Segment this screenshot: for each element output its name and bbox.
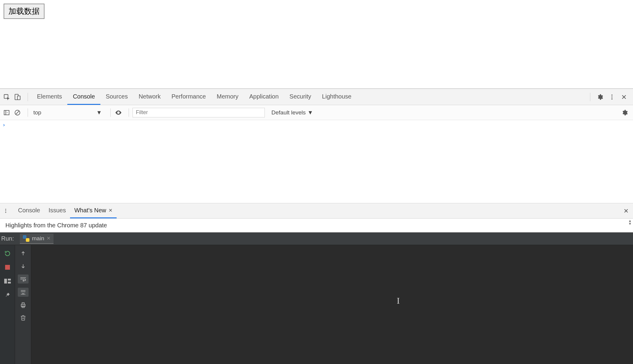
console-sidebar-toggle-icon[interactable] — [2, 108, 11, 117]
tab-label: Sources — [106, 93, 128, 100]
tab-label: Console — [18, 207, 40, 214]
drawer-tab-whats-new[interactable]: What's New ✕ — [70, 203, 117, 218]
tab-memory[interactable]: Memory — [211, 89, 244, 105]
drawer-tab-bar: Console Issues What's New ✕ — [0, 203, 633, 219]
svg-rect-8 — [4, 110, 9, 115]
stop-icon[interactable] — [3, 263, 12, 271]
run-gutter-primary — [0, 245, 15, 364]
tab-security[interactable]: Security — [284, 89, 316, 105]
tab-application[interactable]: Application — [244, 89, 284, 105]
svg-point-13 — [5, 209, 6, 210]
clear-console-icon[interactable] — [13, 108, 22, 117]
svg-rect-29 — [22, 303, 24, 305]
separator — [590, 93, 590, 101]
console-settings-gear-icon[interactable] — [620, 108, 629, 117]
tab-label: Console — [73, 93, 95, 100]
tab-performance[interactable]: Performance — [166, 89, 212, 105]
chevron-down-icon: ▼ — [307, 109, 313, 116]
console-output[interactable]: › — [0, 120, 633, 203]
ide-run-tab-bar: Run: main ✕ — [0, 232, 633, 245]
svg-point-3 — [611, 94, 613, 96]
separator — [110, 108, 111, 117]
tab-sources[interactable]: Sources — [100, 89, 133, 105]
svg-rect-20 — [8, 279, 11, 281]
run-config-tab-main[interactable]: main ✕ — [20, 234, 54, 244]
drawer-tab-issues[interactable]: Issues — [44, 203, 70, 218]
close-tab-icon[interactable]: ✕ — [109, 208, 112, 213]
svg-rect-18 — [5, 265, 10, 270]
console-toolbar: top ▼ Default levels ▼ — [0, 105, 633, 120]
chevron-down-icon: ▼ — [96, 109, 102, 116]
ide-panel: Run: main ✕ — [0, 232, 633, 364]
run-config-label: main — [32, 235, 44, 242]
svg-marker-10 — [7, 112, 8, 113]
tab-label: Application — [249, 93, 279, 100]
python-file-icon — [23, 235, 29, 242]
run-gutter-secondary — [15, 245, 31, 364]
tab-network[interactable]: Network — [133, 89, 166, 105]
console-prompt-caret-icon: › — [2, 122, 5, 128]
svg-line-12 — [16, 111, 19, 114]
separator — [129, 108, 129, 117]
highlights-text: Highlights from the Chrome 87 update — [5, 222, 107, 229]
close-tab-icon[interactable]: ✕ — [47, 235, 50, 241]
tab-label: Lighthouse — [322, 93, 351, 100]
arrow-up-icon[interactable] — [19, 249, 27, 258]
arrow-down-icon[interactable] — [19, 262, 27, 270]
soft-wrap-icon[interactable] — [18, 275, 29, 284]
scroll-arrows-icon[interactable]: ▲▼ — [628, 219, 632, 225]
close-devtools-icon[interactable] — [620, 93, 628, 101]
text-cursor-icon: I — [397, 296, 400, 306]
svg-rect-2 — [17, 96, 20, 100]
drawer-tab-console[interactable]: Console — [14, 203, 44, 218]
svg-point-15 — [5, 212, 6, 213]
load-data-button[interactable]: 加载数据 — [4, 4, 44, 19]
gear-icon[interactable] — [596, 93, 604, 101]
svg-rect-19 — [4, 279, 7, 284]
svg-point-4 — [611, 96, 613, 98]
tab-label: Elements — [37, 93, 62, 100]
console-filter-input[interactable] — [133, 108, 265, 117]
tab-label: Security — [289, 93, 311, 100]
device-toolbar-icon[interactable] — [13, 93, 22, 101]
separator — [28, 93, 28, 101]
execution-context-selector[interactable]: top ▼ — [32, 109, 104, 116]
tab-label: Memory — [217, 93, 238, 100]
run-label: Run: — [1, 235, 14, 242]
svg-rect-21 — [8, 282, 11, 284]
scroll-to-end-icon[interactable] — [18, 288, 29, 297]
pin-icon[interactable] — [3, 291, 12, 299]
tab-label: Network — [139, 93, 161, 100]
print-icon[interactable] — [19, 301, 27, 309]
layout-icon[interactable] — [3, 277, 12, 285]
tab-label: What's New — [74, 207, 106, 214]
svg-point-14 — [5, 211, 6, 211]
live-expression-eye-icon[interactable] — [114, 108, 123, 117]
rerun-icon[interactable] — [3, 249, 12, 258]
kebab-menu-icon[interactable] — [608, 93, 616, 101]
drawer-kebab-menu-icon[interactable] — [3, 208, 11, 214]
tab-console[interactable]: Console — [67, 89, 100, 105]
devtools-tab-bar: Elements Console Sources Network Perform… — [0, 89, 633, 105]
tab-label: Issues — [48, 207, 66, 214]
tab-lighthouse[interactable]: Lighthouse — [316, 89, 357, 105]
trash-icon[interactable] — [19, 314, 27, 322]
tab-elements[interactable]: Elements — [32, 89, 67, 105]
svg-point-5 — [611, 98, 613, 99]
whats-new-highlights: Highlights from the Chrome 87 update ▲▼ — [0, 219, 633, 232]
run-output-pane[interactable]: I — [31, 245, 633, 364]
context-label: top — [33, 109, 41, 116]
log-levels-label: Default levels — [271, 109, 306, 116]
log-levels-selector[interactable]: Default levels ▼ — [271, 109, 313, 116]
tab-label: Performance — [172, 93, 206, 100]
separator — [28, 108, 28, 117]
inspect-element-icon[interactable] — [2, 93, 11, 101]
close-drawer-icon[interactable] — [623, 208, 629, 214]
page-viewport: 加载数据 — [0, 0, 633, 89]
